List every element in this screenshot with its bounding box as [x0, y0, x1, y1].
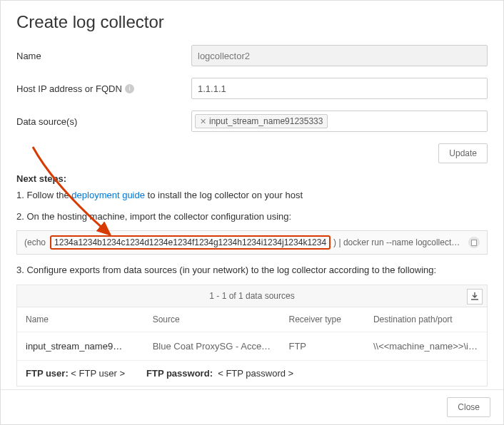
th-name[interactable]: Name [17, 307, 144, 332]
step-3: 3. Configure exports from data sources (… [16, 263, 488, 277]
copy-icon[interactable] [468, 237, 480, 248]
chip-label: input_stream_name91235333 [209, 116, 323, 126]
sources-label: Data source(s) [16, 116, 191, 127]
ftp-password-label: FTP password [146, 368, 210, 379]
command-box: (echo 1234a1234b1234c1234d1234e1234f1234… [16, 230, 488, 255]
ftp-password-value: < FTP password > [218, 368, 293, 379]
host-label: Host IP address or FQDN i [16, 83, 191, 94]
cell-dest: \\<<machine_name>>\input_stre... [365, 332, 487, 360]
cell-name: input_stream_name9… [17, 332, 144, 360]
cmd-prefix: (echo [24, 237, 46, 247]
info-icon[interactable]: i [125, 84, 134, 93]
data-sources-table: 1 - 1 of 1 data sources Name Source Rece… [16, 285, 488, 386]
name-input[interactable] [191, 45, 488, 66]
name-label: Name [16, 51, 191, 61]
next-steps-label: Next steps: [16, 173, 488, 184]
ftp-user-label: FTP user [26, 368, 65, 379]
th-dest[interactable]: Destination path/port [365, 307, 487, 332]
step-2: 2. On the hosting machine, import the co… [16, 210, 488, 224]
th-source[interactable]: Source [144, 307, 281, 332]
ftp-user-value: < FTP user > [71, 368, 125, 379]
download-button[interactable] [467, 289, 483, 304]
page-title: Create log collector [16, 12, 488, 32]
download-icon [470, 292, 479, 301]
chip-remove-icon[interactable]: ✕ [200, 117, 206, 126]
host-input[interactable] [191, 78, 488, 99]
sources-input[interactable]: ✕ input_stream_name91235333 [191, 111, 488, 132]
table-row[interactable]: input_stream_name9… Blue Coat ProxySG - … [17, 332, 487, 360]
host-label-text: Host IP address or FQDN [16, 83, 122, 94]
dialog-footer: Close [1, 389, 503, 424]
cmd-token-highlight: 1234a1234b1234c1234d1234e1234f1234g1234h… [50, 235, 331, 250]
credentials-row: FTP user: < FTP user > FTP password: < F… [17, 361, 487, 386]
close-button[interactable]: Close [447, 397, 490, 417]
cmd-suffix: ) | docker run --name logcollector2 -p 2… [333, 237, 463, 247]
source-chip[interactable]: ✕ input_stream_name91235333 [195, 114, 328, 128]
deployment-guide-link[interactable]: deployment guide [71, 190, 145, 200]
th-receiver[interactable]: Receiver type [280, 307, 364, 332]
table-header-row: Name Source Receiver type Destination pa… [17, 307, 487, 332]
step-1: 1. Follow the deployment guide to instal… [16, 188, 488, 203]
update-button[interactable]: Update [438, 143, 488, 163]
cell-source: Blue Coat ProxySG - Access l… [144, 332, 281, 360]
cell-receiver: FTP [280, 332, 364, 360]
table-caption: 1 - 1 of 1 data sources [209, 291, 294, 301]
